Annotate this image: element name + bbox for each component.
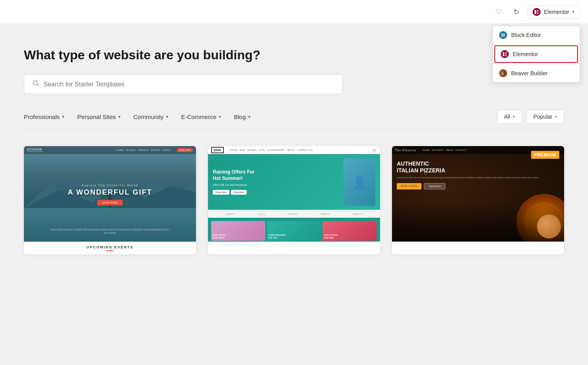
events-title: UPCOMING EVENTS	[29, 245, 191, 249]
elementor-icon	[533, 8, 541, 16]
template-preview-pizza: The Pizzeria HOME DELIVERY MENU CONTACT …	[392, 146, 564, 242]
filter-nav: Professionals ▾ Personal Sites ▾ Communi…	[24, 110, 564, 130]
filter-ecommerce[interactable]: E-Commerce ▾	[181, 113, 221, 120]
template-grid: OUTDOOR ADVENTURE HOME PLACES TRAVELS PO…	[24, 146, 564, 254]
chevron-icon: ▾	[166, 114, 169, 119]
search-icon	[32, 80, 39, 89]
svg-rect-3	[537, 13, 539, 14]
svg-rect-1	[537, 10, 539, 11]
page-heading: What type of website are you building?	[24, 48, 564, 62]
template-preview-outdoor: OUTDOOR ADVENTURE HOME PLACES TRAVELS PO…	[24, 146, 196, 242]
svg-rect-6	[505, 54, 507, 55]
search-bar	[24, 74, 343, 94]
elementor-icon-dropdown	[501, 50, 509, 58]
beaver-label: Beaver Builder	[511, 70, 548, 76]
svg-rect-2	[537, 12, 539, 12]
filter-blog[interactable]: Blog ▾	[234, 113, 251, 120]
top-bar: ♡ ↻ Elementor ▾	[0, 0, 588, 24]
chevron-down-icon: ▾	[572, 9, 575, 14]
builder-selector[interactable]: Elementor ▾	[527, 5, 580, 19]
premium-badge: PREMIUM	[531, 151, 559, 159]
filter-personal-sites[interactable]: Personal Sites ▾	[77, 113, 121, 120]
heart-icon[interactable]: ♡	[492, 6, 505, 18]
svg-line-9	[37, 85, 39, 86]
search-input[interactable]	[43, 81, 334, 88]
svg-point-8	[33, 81, 38, 85]
filter-sort: All ▾ Popular ▾	[497, 110, 564, 123]
chevron-icon: ▾	[248, 114, 251, 119]
chevron-down-icon: ▾	[555, 114, 557, 119]
chevron-icon: ▾	[118, 114, 121, 119]
svg-rect-0	[535, 10, 536, 14]
block-editor-label: Block Editor	[511, 32, 541, 38]
filter-community[interactable]: Community ▾	[133, 113, 169, 120]
builder-dropdown: W Block Editor Elementor 🦫 Beaver Builde…	[492, 26, 580, 82]
builder-label: Elementor	[544, 9, 569, 15]
filter-popular-select[interactable]: Popular ▾	[527, 110, 564, 123]
wordpress-icon: W	[499, 31, 507, 39]
chevron-down-icon: ▾	[513, 114, 515, 119]
dnk-logo: DNK	[211, 147, 224, 153]
template-card-dnk[interactable]: DNK HOME MEN WOMEN KIDS ACCESSORIES ABOU…	[208, 146, 380, 254]
filter-all-select[interactable]: All ▾	[497, 110, 522, 123]
elementor-label: Elementor	[513, 51, 538, 57]
refresh-icon[interactable]: ↻	[510, 6, 523, 18]
svg-rect-4	[503, 52, 504, 56]
dropdown-item-block-editor[interactable]: W Block Editor	[493, 26, 580, 44]
filter-categories: Professionals ▾ Personal Sites ▾ Communi…	[24, 113, 251, 120]
chevron-icon: ▾	[219, 114, 221, 119]
events-underline	[106, 250, 114, 251]
chevron-icon: ▾	[62, 114, 65, 119]
template-card-outdoor[interactable]: OUTDOOR ADVENTURE HOME PLACES TRAVELS PO…	[24, 146, 196, 254]
svg-rect-5	[505, 52, 507, 53]
dropdown-item-beaver[interactable]: 🦫 Beaver Builder	[493, 64, 580, 82]
template-preview-dnk: DNK HOME MEN WOMEN KIDS ACCESSORIES ABOU…	[208, 146, 380, 242]
template-card-pizza[interactable]: The Pizzeria HOME DELIVERY MENU CONTACT …	[392, 146, 564, 254]
card-events-section: UPCOMING EVENTS	[24, 242, 196, 254]
dropdown-item-elementor[interactable]: Elementor	[494, 45, 578, 63]
beaver-icon: 🦫	[499, 69, 507, 77]
svg-rect-7	[505, 55, 507, 56]
filter-professionals[interactable]: Professionals ▾	[24, 113, 65, 120]
